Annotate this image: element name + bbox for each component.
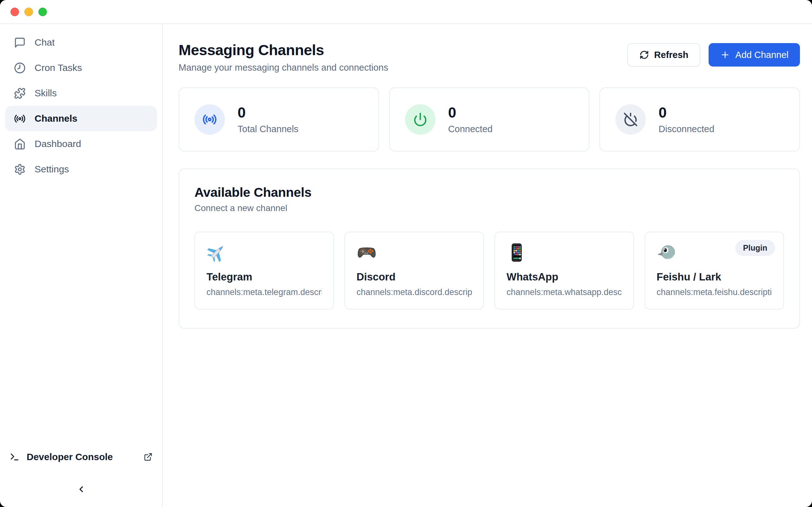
refresh-button-label: Refresh [654,50,688,60]
channel-name: WhatsApp [507,271,622,283]
channel-card-feishu[interactable]: Plugin Feishu / Lark [645,232,784,309]
stat-value: 0 [448,105,493,121]
stat-label: Connected [448,124,493,134]
chat-bubble-icon [14,37,26,49]
sidebar-item-label: Skills [35,88,57,99]
mobile-phone-emoji [507,242,527,263]
sidebar-collapse-button[interactable] [72,481,90,498]
stat-label: Disconnected [658,124,714,134]
sidebar-item-skills[interactable]: Skills [5,80,157,106]
channel-card-telegram[interactable]: Telegram channels:meta.telegram.descript [194,232,334,309]
channel-name: Telegram [206,271,322,283]
sidebar-item-label: Dashboard [35,138,81,149]
sidebar-item-chat[interactable]: Chat [5,30,157,55]
page-title: Messaging Channels [179,41,388,59]
sidebar-footer: Developer Console [5,447,157,501]
gamepad-emoji [357,242,377,263]
terminal-icon [9,452,20,462]
sidebar-item-channels[interactable]: Channels [5,106,157,131]
available-channels-section: Available Channels Connect a new channel [179,169,800,329]
developer-console-label: Developer Console [27,452,113,462]
stat-value: 0 [658,105,714,121]
stat-bubble [405,104,436,135]
traffic-lights [10,8,47,16]
external-link-icon [144,452,153,461]
page-header: Messaging Channels Manage your messaging… [179,41,800,73]
broadcast-icon [202,112,217,127]
add-channel-button[interactable]: Add Channel [709,43,800,66]
channel-card-whatsapp[interactable]: WhatsApp channels:meta.whatsapp.descrip [495,232,634,309]
collapse-row [5,481,157,498]
channel-description: channels:meta.whatsapp.descrip [507,287,622,297]
titlebar [0,0,812,24]
airplane-emoji [206,242,227,263]
developer-console-link[interactable]: Developer Console [5,447,157,466]
clock-icon [14,62,26,74]
refresh-button[interactable]: Refresh [627,43,700,66]
sidebar-item-dashboard[interactable]: Dashboard [5,131,157,157]
close-button[interactable] [10,8,19,16]
channel-name: Feishu / Lark [657,271,772,283]
sidebar-item-cron-tasks[interactable]: Cron Tasks [5,55,157,80]
stat-text: 0 Total Channels [238,105,299,134]
puzzle-icon [14,88,26,99]
home-icon [14,138,26,150]
channel-description: channels:meta.telegram.descript [206,287,322,297]
sidebar-item-label: Cron Tasks [35,62,82,73]
add-channel-button-label: Add Channel [735,50,789,60]
bird-emoji [657,242,677,263]
zoom-button[interactable] [38,8,47,16]
minimize-button[interactable] [24,8,33,16]
channels-grid: Telegram channels:meta.telegram.descript [194,232,784,309]
header-actions: Refresh Add Channel [627,43,800,66]
available-channels-subtitle: Connect a new channel [194,203,784,213]
plus-icon [720,50,730,60]
channel-description: channels:meta.discord.descriptic [357,287,472,297]
power-icon [413,112,427,127]
stat-text: 0 Connected [448,105,493,134]
sidebar-item-label: Channels [35,113,78,124]
available-channels-title: Available Channels [194,185,784,200]
stat-card-total-channels: 0 Total Channels [179,88,379,152]
app-shell: Chat Cron Tasks Skills Channels Dashboar… [0,24,812,507]
stat-label: Total Channels [238,124,299,134]
stat-text: 0 Disconnected [658,105,714,134]
power-off-icon [623,112,638,127]
stat-bubble [194,104,225,135]
stats-row: 0 Total Channels 0 Connected [179,88,800,152]
page-subtitle: Manage your messaging channels and conne… [179,62,388,73]
broadcast-icon [14,113,26,124]
stat-card-connected: 0 Connected [389,88,590,152]
sidebar-item-settings[interactable]: Settings [5,157,157,182]
stat-bubble [615,104,646,135]
gear-icon [14,164,26,175]
stat-card-disconnected: 0 Disconnected [600,88,800,152]
main-content: Messaging Channels Manage your messaging… [163,24,812,507]
channel-name: Discord [357,271,472,283]
app-window: Chat Cron Tasks Skills Channels Dashboar… [0,0,812,507]
chevron-left-icon [77,485,86,494]
channel-description: channels:meta.feishu.description [657,287,772,297]
page-header-text: Messaging Channels Manage your messaging… [179,41,388,73]
channel-card-discord[interactable]: Discord channels:meta.discord.descriptic [345,232,484,309]
sidebar-item-label: Settings [35,164,69,175]
sidebar: Chat Cron Tasks Skills Channels Dashboar… [0,24,163,507]
refresh-icon [640,50,649,60]
plugin-badge: Plugin [735,240,775,256]
sidebar-item-label: Chat [35,37,55,48]
stat-value: 0 [238,105,299,121]
